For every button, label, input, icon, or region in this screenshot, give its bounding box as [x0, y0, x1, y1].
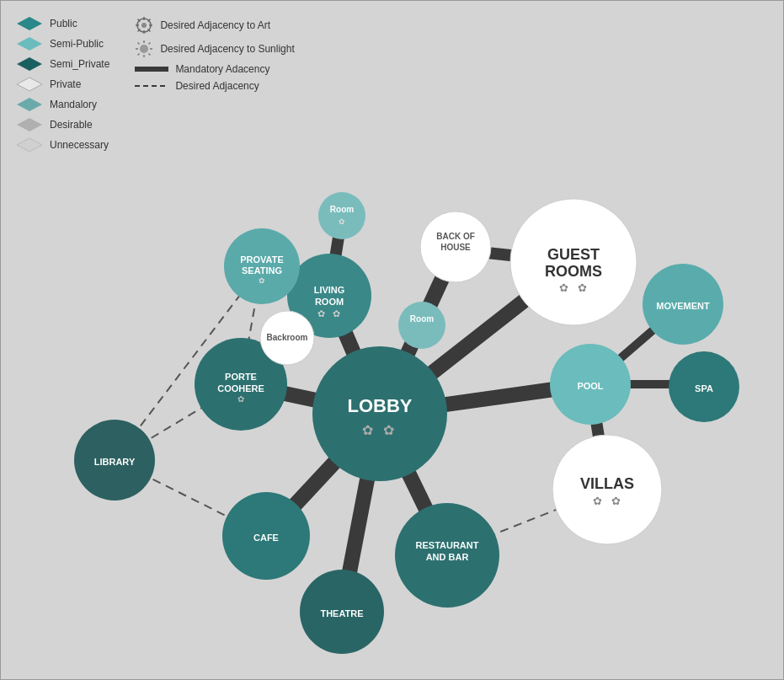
room1-node[interactable] [318, 192, 365, 239]
living-room-art: ✿ [317, 308, 325, 319]
porte-cochere-sun: ✿ [237, 394, 244, 404]
guest-rooms-label: GUEST [547, 246, 600, 263]
main-container: Public Semi-Public Semi_Private [0, 0, 784, 680]
lobby-art-icon: ✿ [362, 423, 373, 437]
lobby-label: LOBBY [348, 395, 413, 416]
guest-rooms-sun: ✿ [578, 281, 587, 294]
restaurant-label2: AND BAR [426, 552, 469, 562]
back-of-house-label2: HOUSE [440, 243, 471, 252]
living-room-label2: ROOM [315, 297, 344, 307]
villas-art: ✿ [593, 495, 602, 507]
room2-label: Room [410, 314, 434, 324]
living-room-sun: ✿ [333, 308, 340, 319]
diagram-svg: LOBBY ✿ ✿ LIVING ROOM ✿ ✿ GUEST ROOMS ✿ … [1, 1, 784, 680]
lobby-sun-icon: ✿ [383, 423, 394, 437]
room2-node[interactable] [398, 302, 445, 349]
porte-cochere-label2: COOHERE [217, 383, 264, 394]
movement-label: MOVEMENT [656, 301, 710, 311]
room1-label: Room [330, 205, 354, 214]
spa-label: SPA [695, 383, 713, 394]
provate-seating-sun: ✿ [259, 276, 265, 285]
back-of-house-label: BACK OF [436, 232, 475, 241]
provate-seating-label: PROVATE [240, 254, 284, 265]
restaurant-label: RESTAURANT [416, 540, 479, 550]
pool-label: POOL [577, 381, 603, 391]
backroom-label: Backroom [267, 333, 308, 342]
villas-label: VILLAS [580, 475, 634, 492]
room1-sun: ✿ [339, 217, 345, 226]
provate-seating-label2: SEATING [242, 265, 282, 276]
living-room-label: LIVING [314, 285, 345, 295]
cafe-label: CAFE [253, 533, 279, 543]
guest-rooms-label2: ROOMS [545, 263, 602, 280]
villas-sun: ✿ [611, 495, 621, 507]
guest-rooms-art: ✿ [559, 281, 568, 294]
library-label: LIBRARY [94, 457, 136, 467]
porte-cochere-label: PORTE [225, 372, 257, 382]
theatre-label: THEATRE [320, 608, 363, 618]
